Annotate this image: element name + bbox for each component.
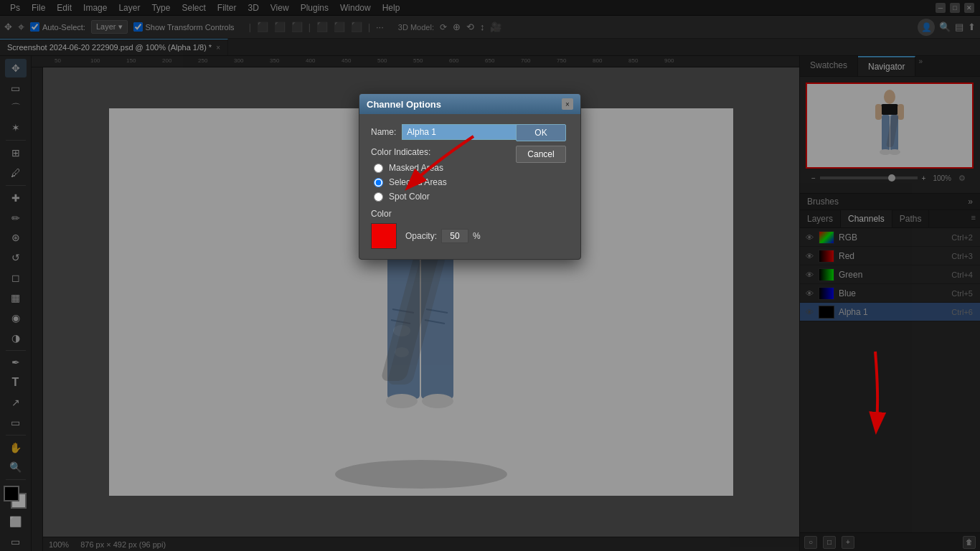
dialog-spot-radio-row: Spot Color: [371, 192, 504, 202]
selected-areas-radio[interactable]: [374, 178, 383, 187]
opacity-input[interactable]: [441, 229, 468, 243]
dialog-cancel-button[interactable]: Cancel: [516, 146, 566, 163]
selected-areas-label[interactable]: Selected Areas: [389, 177, 447, 187]
dialog-color-swatch[interactable]: [371, 223, 397, 249]
spot-color-label[interactable]: Spot Color: [389, 192, 430, 202]
masked-areas-label[interactable]: Masked Areas: [389, 163, 443, 173]
opacity-label: Opacity:: [405, 231, 437, 241]
spot-color-radio[interactable]: [374, 192, 383, 202]
dialog-overlay: Channel Options × Name: Color Indicates:: [0, 0, 980, 551]
percent-label: %: [473, 231, 481, 241]
dialog-name-label: Name:: [371, 127, 396, 137]
dialog-titlebar: Channel Options ×: [359, 94, 580, 114]
dialog-body: Name: Color Indicates: Masked Areas Sele…: [359, 114, 580, 259]
masked-areas-radio[interactable]: [374, 164, 383, 173]
dialog-opacity-row: Opacity: %: [405, 229, 481, 243]
dialog-color-row: Opacity: %: [371, 223, 504, 249]
dialog-buttons: OK Cancel: [516, 124, 569, 163]
dialog-color-section: Color Opacity: %: [371, 209, 504, 249]
dialog-close-button[interactable]: ×: [562, 98, 573, 110]
dialog-color-indicates-label: Color Indicates:: [371, 147, 504, 157]
dialog-selected-radio-row: Selected Areas: [371, 177, 504, 187]
dialog-name-input[interactable]: [402, 124, 519, 140]
dialog-name-row: Name:: [371, 124, 504, 140]
arrow-annotation-2: [847, 344, 904, 438]
dialog-ok-button[interactable]: OK: [516, 124, 566, 141]
dialog-color-label: Color: [371, 209, 504, 219]
dialog-title: Channel Options: [367, 99, 441, 110]
channel-options-dialog: Channel Options × Name: Color Indicates:: [359, 93, 581, 260]
dialog-masked-radio-row: Masked Areas: [371, 163, 504, 173]
